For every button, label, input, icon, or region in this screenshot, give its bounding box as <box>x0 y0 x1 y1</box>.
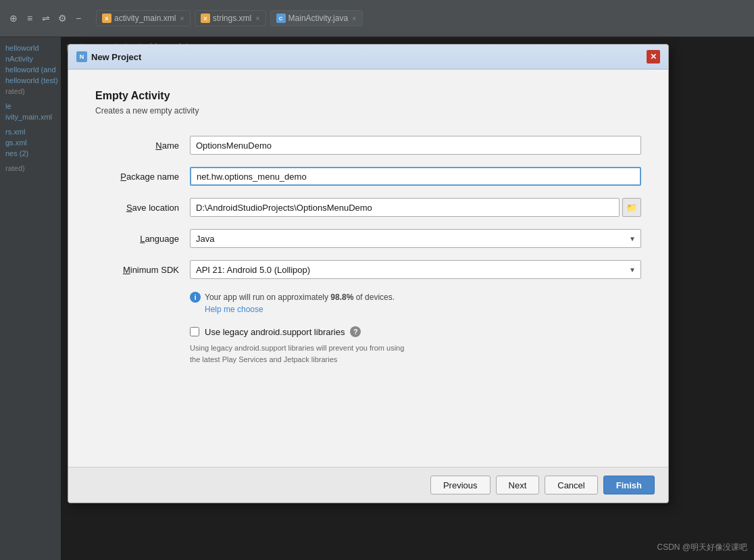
section-title: Empty Activity <box>95 90 641 102</box>
project-sidebar: helloworld nActivity helloworld (and hel… <box>0 37 61 560</box>
language-label: Language <box>95 234 190 244</box>
sidebar-item-rated1[interactable]: rated) <box>3 86 58 97</box>
name-label: Name <box>95 141 190 151</box>
legacy-support-checkbox-row: Use legacy android.support libraries ? <box>190 326 641 337</box>
package-name-input[interactable] <box>190 167 641 186</box>
split-icon[interactable]: ⇌ <box>39 11 53 25</box>
language-select[interactable]: Java Kotlin <box>190 229 641 248</box>
cancel-button[interactable]: Cancel <box>545 476 597 494</box>
list-icon[interactable]: ≡ <box>23 11 36 25</box>
checkbox-help-icon[interactable]: ? <box>350 326 361 337</box>
minimum-sdk-select-wrapper: API 21: Android 5.0 (Lollipop) API 16: A… <box>190 260 641 279</box>
dialog-title-label: New Project <box>91 52 141 62</box>
save-location-field-row: Save location 📁 <box>95 198 641 217</box>
tab-close-icon[interactable]: × <box>352 14 356 22</box>
dialog-footer: Previous Next Cancel Finish <box>68 467 668 503</box>
sidebar-item-nactivity[interactable]: nActivity <box>3 53 58 64</box>
help-me-choose-link[interactable]: Help me choose <box>205 305 263 314</box>
checkbox-label: Use legacy android.support libraries <box>205 327 345 337</box>
legacy-support-checkbox[interactable] <box>190 327 199 336</box>
info-text: Your app will run on approximately 98.8%… <box>205 291 395 315</box>
save-location-label: Save location <box>95 203 190 213</box>
sidebar-item-rated2[interactable]: rated) <box>3 163 58 174</box>
sidebar-item-gs-xml[interactable]: gs.xml <box>3 137 58 148</box>
tab-label: strings.xml <box>213 14 251 23</box>
dialog-overlay: N New Project ✕ Empty Activity Creates a… <box>61 37 754 560</box>
sidebar-item-le[interactable]: le <box>3 101 58 111</box>
minus-icon[interactable]: − <box>72 11 85 25</box>
java-file-icon: C <box>276 14 286 23</box>
tab-label: MainActivity.java <box>288 14 348 23</box>
sidebar-item-nes[interactable]: nes (2) <box>3 148 58 159</box>
info-row: i Your app will run on approximately 98.… <box>190 291 641 315</box>
info-icon: i <box>190 292 201 303</box>
new-project-dialog: N New Project ✕ Empty Activity Creates a… <box>68 44 669 503</box>
name-field-row: Name <box>95 136 641 155</box>
finish-button[interactable]: Finish <box>603 476 655 494</box>
sidebar-item-rs-xml[interactable]: rs.xml <box>3 126 58 137</box>
tab-mainactivity-java[interactable]: C MainActivity.java × <box>270 10 363 26</box>
dialog-title-icon: N <box>76 51 87 62</box>
tab-close-icon[interactable]: × <box>255 14 259 22</box>
dialog-titlebar: N New Project ✕ <box>68 45 668 70</box>
info-text-pre: Your app will run on approximately <box>205 292 330 302</box>
xml-file-icon: X <box>201 14 210 23</box>
language-field-row: Language Java Kotlin ▼ <box>95 229 641 248</box>
tab-activity-main-xml[interactable]: X activity_main.xml × <box>96 10 191 26</box>
sidebar-item-activity-main[interactable]: ivity_main.xml <box>3 111 58 122</box>
info-text-post: of devices. <box>353 292 395 302</box>
save-location-input[interactable] <box>190 198 620 217</box>
settings-icon[interactable]: ⚙ <box>55 11 69 25</box>
sidebar-item-helloworld-test[interactable]: helloworld (test) <box>3 75 58 86</box>
xml-file-icon: X <box>102 14 111 23</box>
name-input[interactable] <box>190 136 641 155</box>
minimum-sdk-select[interactable]: API 21: Android 5.0 (Lollipop) API 16: A… <box>190 260 641 279</box>
dialog-body: Empty Activity Creates a new empty activ… <box>68 70 668 467</box>
section-subtitle: Creates a new empty activity <box>95 106 641 116</box>
toolbar-icons: ⊕ ≡ ⇌ ⚙ − <box>7 11 85 25</box>
tab-strings-xml[interactable]: X strings.xml × <box>195 10 266 26</box>
dialog-title: N New Project <box>76 51 141 62</box>
csdn-watermark: CSDN @明天好像没课吧 <box>657 542 747 553</box>
info-bold-percent: 98.8% <box>330 292 353 302</box>
tab-close-icon[interactable]: × <box>180 14 184 22</box>
sidebar-item-helloworld-and[interactable]: helloworld (and <box>3 64 58 75</box>
tab-label: activity_main.xml <box>114 14 176 23</box>
next-button[interactable]: Next <box>496 476 540 494</box>
checkbox-description: Using legacy android.support libraries w… <box>190 342 641 365</box>
previous-button[interactable]: Previous <box>430 476 491 494</box>
save-location-field-group: 📁 <box>190 198 641 217</box>
package-name-field-row: Package name <box>95 167 641 186</box>
sidebar-item-helloworld[interactable]: helloworld <box>3 43 58 53</box>
dialog-close-button[interactable]: ✕ <box>647 50 660 63</box>
folder-browse-button[interactable]: 📁 <box>622 198 641 217</box>
add-icon[interactable]: ⊕ <box>7 11 20 25</box>
minimum-sdk-field-row: Minimum SDK API 21: Android 5.0 (Lollipo… <box>95 260 641 279</box>
package-name-label: Package name <box>95 172 190 182</box>
minimum-sdk-label: Minimum SDK <box>95 265 190 275</box>
ide-topbar: ⊕ ≡ ⇌ ⚙ − X activity_main.xml × X string… <box>0 0 754 37</box>
language-select-wrapper: Java Kotlin ▼ <box>190 229 641 248</box>
